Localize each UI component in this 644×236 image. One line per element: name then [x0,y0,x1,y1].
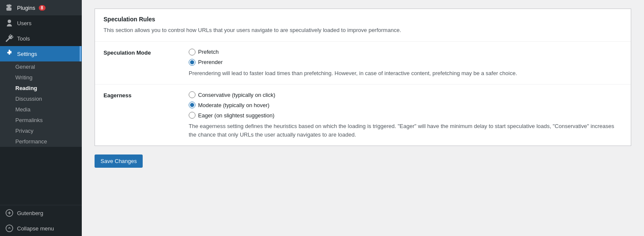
sidebar-item-writing[interactable]: Writing [0,72,82,83]
speculation-mode-row: Speculation Mode Prefetch Prerender Prer… [95,41,631,84]
sidebar-item-settings-label: Settings [17,51,37,57]
moderate-option[interactable]: Moderate (typically on hover) [189,102,622,108]
svg-point-1 [6,225,13,232]
media-label: Media [15,106,30,113]
moderate-label: Moderate (typically on hover) [198,102,270,108]
speculation-mode-content: Prefetch Prerender Prerendering will lea… [189,49,622,78]
users-icon [5,19,14,27]
sidebar-item-tools-label: Tools [17,35,30,42]
plugin-icon [5,3,14,12]
eager-radio[interactable] [189,112,196,119]
eagerness-hint: The eagerness setting defines the heuris… [189,122,622,139]
sidebar-item-discussion[interactable]: Discussion [0,93,82,104]
conservative-label: Conservative (typically on click) [198,92,275,98]
sidebar-item-collapse[interactable]: Collapse menu [0,221,82,236]
sidebar-item-privacy[interactable]: Privacy [0,125,82,136]
sidebar-item-users-label: Users [17,20,32,26]
eagerness-content: Conservative (typically on click) Modera… [189,91,622,139]
speculation-mode-label: Speculation Mode [104,49,180,78]
plugins-badge: 8 [39,5,46,11]
settings-icon [5,50,14,58]
sidebar-item-general[interactable]: General [0,61,82,72]
collapse-icon [5,224,14,233]
eagerness-label: Eagerness [104,91,180,139]
sidebar-bottom: Gutenberg Collapse menu [0,205,82,236]
sidebar-item-media[interactable]: Media [0,104,82,115]
conservative-option[interactable]: Conservative (typically on click) [189,91,622,98]
reading-label: Reading [15,85,37,91]
collapse-label: Collapse menu [17,225,54,232]
sidebar-item-tools[interactable]: Tools [0,31,82,46]
sidebar-item-settings[interactable]: Settings [0,46,82,61]
save-button[interactable]: Save Changes [95,154,143,168]
conservative-radio[interactable] [189,91,196,98]
discussion-label: Discussion [15,96,42,102]
sidebar-item-reading[interactable]: Reading [0,83,82,93]
prefetch-option[interactable]: Prefetch [189,49,622,55]
sidebar-item-plugins[interactable]: Plugins 8 [0,0,82,15]
eagerness-row: Eagerness Conservative (typically on cli… [95,84,631,146]
page-description: This section allows you to control how U… [95,23,631,41]
prerender-option[interactable]: Prerender [189,59,622,66]
general-label: General [15,64,35,70]
sidebar-item-plugins-label: Plugins [17,5,35,11]
prerender-radio[interactable] [189,59,196,66]
prerender-label: Prerender [198,59,223,65]
gutenberg-label: Gutenberg [17,210,43,216]
speculation-mode-hint: Prerendering will lead to faster load ti… [189,69,622,78]
prefetch-label: Prefetch [198,49,218,55]
performance-label: Performance [15,138,47,145]
speculation-section: Speculation Rules This section allows yo… [95,9,631,146]
sidebar-item-performance[interactable]: Performance [0,136,82,147]
permalinks-label: Permalinks [15,117,43,123]
sidebar: Plugins 8 Users Tools Settings General W… [0,0,82,236]
eager-option[interactable]: Eager (on slightest suggestion) [189,112,622,119]
writing-label: Writing [15,74,32,81]
moderate-radio[interactable] [189,102,196,108]
prefetch-radio[interactable] [189,49,196,55]
sidebar-item-users[interactable]: Users [0,15,82,31]
privacy-label: Privacy [15,128,34,134]
active-indicator [80,46,82,61]
eager-label: Eager (on slightest suggestion) [198,112,274,119]
tools-icon [5,34,14,43]
sidebar-item-permalinks[interactable]: Permalinks [0,115,82,125]
main-content: Speculation Rules This section allows yo… [82,0,644,236]
page-title: Speculation Rules [95,9,631,23]
settings-submenu: General Writing Reading Discussion Media… [0,61,82,147]
sidebar-item-gutenberg[interactable]: Gutenberg [0,205,82,221]
gutenberg-icon [5,209,14,217]
